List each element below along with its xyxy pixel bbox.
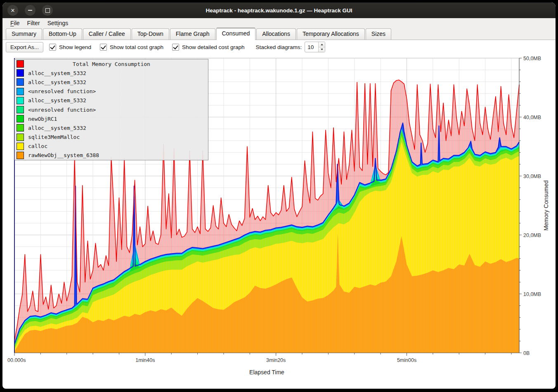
legend-item: alloc__system_5332 [15,68,208,77]
legend-label: alloc__system_5332 [28,125,86,131]
y-tick-label: 30,0MB [523,174,541,179]
legend-label: alloc__system_5332 [28,79,86,85]
y-tick-label: 20,0MB [523,232,541,238]
y-tick-label: 50,0MB [523,56,541,61]
legend-label: <unresolved function> [28,107,96,113]
chart-legend: Total Memory Consumptionalloc__system_53… [14,59,208,160]
legend-item: sqlite3MemMalloc [15,133,208,142]
legend-item: <unresolved function> [15,87,208,96]
legend-label: alloc__system_5332 [28,70,86,76]
y-axis-title: Memory Consumed [543,180,549,230]
legend-label: rawNewObj__system_6388 [28,152,99,158]
legend-swatch [17,106,24,113]
legend-swatch [17,88,24,95]
legend-swatch [17,97,24,104]
x-tick-label: 1min40s [135,357,155,363]
legend-label: newObjRC1 [28,116,57,122]
legend-label: <unresolved function> [28,88,96,94]
tab-consumed[interactable]: Consumed [216,28,256,40]
legend-title-row: Total Memory Consumption [15,59,208,68]
legend-item: rawNewObj__system_6388 [15,151,208,160]
legend-item: newObjRC1 [15,114,208,123]
legend-swatch [17,134,24,141]
x-tick-label: 00.000s [7,357,26,363]
heaptrack-window: ✕ Heaptrack - heaptrack.wakunode.1.gz — … [2,2,556,389]
legend-item: alloc__system_5332 [15,77,208,87]
legend-label: sqlite3MemMalloc [28,134,80,140]
x-tick-label: 3min20s [266,357,286,363]
legend-swatch [17,78,24,86]
legend-title: Total Memory Consumption [15,61,208,67]
legend-swatch [17,143,24,150]
legend-label: calloc [28,143,47,149]
y-tick-label: 10,0MB [523,291,541,297]
legend-swatch [17,124,24,131]
legend-item: <unresolved function> [15,105,208,114]
y-tick-label: 40,0MB [523,115,541,120]
y-tick-label: 0B [523,350,530,356]
x-tick-label: 5min00s [397,357,416,363]
legend-swatch [17,115,24,122]
legend-item: alloc__system_5332 [15,96,208,105]
legend-swatch [17,69,24,77]
legend-swatch [17,152,24,159]
legend-item: alloc__system_5332 [15,123,208,132]
legend-label: alloc__system_5332 [28,97,86,103]
legend-item: calloc [15,142,208,151]
x-axis-title: Elapsed Time [249,369,284,376]
